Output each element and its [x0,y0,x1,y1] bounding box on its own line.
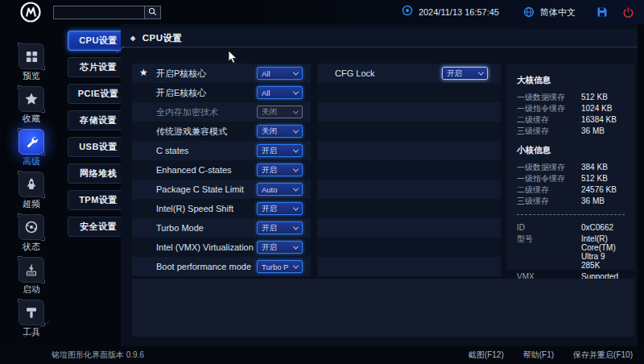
maxsun-logo [20,2,41,23]
info-row: 二级缓存24576 KB [517,186,625,194]
info-row: 一级数据缓存512 KB [517,93,625,101]
setting-row: ★ 开启P核核心 All [132,64,311,83]
dropdown-memory-encryption: 关闭 [257,105,303,118]
statusbar-actions: 截图(F12) 帮助(F1) 保存并重启(F10) [469,350,633,361]
sidebar-item-tools[interactable]: 工具 [19,300,44,337]
sidebar-item-preview[interactable]: 预览 [19,43,44,81]
setting-row: 全内存加密技术 关闭 [132,102,311,122]
setting-row: CFG Lock 开启 [317,64,501,83]
info-row: 一级指令缓存512 KB [517,175,625,183]
sidebar-item-status[interactable]: 状态 [19,214,44,252]
chevron-down-icon [293,127,299,133]
search-button[interactable] [144,6,160,19]
wrench-icon [19,129,44,155]
chevron-down-icon [293,263,299,268]
chevron-down-icon [293,108,299,114]
settings-column-right: CFG Lock 开启 [317,64,501,276]
setting-row: Turbo Mode 开启 [132,218,311,238]
sidebar-item-advanced[interactable]: 高级 [19,129,44,167]
info-row: 三级缓存36 MB [517,127,625,135]
info-row: 三级缓存36 MB [517,197,625,205]
empty-row [317,160,501,180]
topbar-right: 2024/11/13 16:57:45 简体中文 [402,5,644,19]
subnav-storage-settings[interactable]: 存储设置 [68,110,129,130]
page-title-bar: ◆ CPU设置 [121,29,638,48]
dropdown-legacy-game-compat[interactable]: 关闭 [257,125,303,138]
main-content: ◆ CPU设置 ★ 开启P核核心 All 开启E核核心 All 全内存加密技术 … [121,24,638,346]
dropdown-boot-performance-mode[interactable]: Turbo P [257,260,303,273]
save-icon[interactable] [597,6,608,18]
empty-row [317,238,501,257]
chevron-down-icon [293,185,299,191]
cpu-info-panel: 大核信息 一级数据缓存512 KB 一级指令缓存1024 KB 二级缓存1638… [507,64,634,270]
topbar: 2024/11/13 16:57:45 简体中文 [0,0,644,24]
dropdown-e-cores[interactable]: All [257,86,303,99]
search-input[interactable] [54,6,144,19]
chevron-down-icon [478,69,484,75]
dropdown-p-cores[interactable]: All [257,67,303,80]
main-sidebar: 预览 收藏 高级 超频 状态 SSD [0,24,63,346]
sidebar-item-overclock[interactable]: 超频 [19,172,44,209]
dropdown-enhanced-c-states[interactable]: 开启 [257,163,303,176]
info-row: 型号Intel(R) Core(TM) Ultra 9 285K [517,235,625,270]
subnav-chipset-settings[interactable]: 芯片设置 [68,57,129,77]
setting-row: C states 开启 [132,141,311,160]
hammer-icon [19,300,44,325]
chevron-down-icon [293,243,299,249]
subnav-network-stack[interactable]: 网络堆栈 [68,163,129,184]
small-core-title: 小核信息 [517,145,625,156]
dropdown-turbo-mode[interactable]: 开启 [257,221,303,234]
subnav-usb-settings[interactable]: USB设置 [68,137,129,157]
setting-row: Boot performance mode Turbo P [132,257,311,276]
help-action[interactable]: 帮助(F1) [523,350,554,361]
setting-row: Intel (VMX) Virtualization 开启 [132,238,311,257]
info-row: 二级缓存16384 KB [517,116,625,124]
empty-row [317,141,501,160]
chevron-down-icon [293,147,299,152]
subnav-pcie-settings[interactable]: PCIE设置 [68,84,129,104]
setting-row: 传统游戏兼容模式 关闭 [132,122,311,141]
setting-row: Intel(R) Speed Shift 开启 [132,199,311,218]
dropdown-cfg-lock[interactable]: 开启 [442,67,488,80]
dropdown-vmx-virtualization[interactable]: 开启 [257,241,303,254]
sidebar-item-boot[interactable]: SSD 启动 [19,257,44,295]
chevron-down-icon [293,89,299,94]
diamond-icon: ◆ [130,35,136,42]
chevron-down-icon [293,69,299,75]
sidebar-item-favorites[interactable]: 收藏 [19,86,44,124]
language-globe-icon[interactable] [523,6,535,18]
search-icon [148,6,157,19]
star-icon [19,86,44,112]
clock-icon [402,5,413,19]
subnav-cpu-settings[interactable]: CPU设置 [68,31,129,51]
chevron-down-icon [293,205,299,210]
dropdown-speed-shift[interactable]: 开启 [257,202,303,215]
info-row: 一级指令缓存1024 KB [517,105,625,113]
page-title: CPU设置 [142,32,183,44]
setting-row: Enhanced C-states 开启 [132,160,311,180]
datetime: 2024/11/13 16:57:45 [419,7,499,17]
empty-row [317,122,501,141]
description-panel [132,279,634,337]
big-core-title: 大核信息 [517,75,625,86]
dropdown-package-c-state-limit[interactable]: Auto [257,183,303,196]
setting-row: 开启E核核心 All [132,83,311,102]
favorite-star-icon[interactable]: ★ [139,68,148,78]
statusbar: 铭瑄图形化界面版本 0.9.6 截图(F12) 帮助(F1) 保存并重启(F10… [0,346,644,364]
screenshot-action[interactable]: 截图(F12) [469,350,504,361]
dropdown-c-states[interactable]: 开启 [257,144,303,157]
subnav-tpm-settings[interactable]: TPM设置 [68,190,129,210]
empty-row [317,257,501,276]
empty-row [317,199,501,218]
setting-row: Package C State Limit Auto [132,180,311,199]
subnav-security-settings[interactable]: 安全设置 [68,217,129,237]
empty-row [317,102,501,122]
grid-icon [19,43,44,69]
empty-row [317,180,501,199]
power-icon[interactable] [622,6,634,19]
language-label[interactable]: 简体中文 [540,6,576,19]
info-row: ID0xC0662 [517,224,625,232]
empty-row [317,218,501,238]
chevron-down-icon [293,166,299,172]
save-and-restart-action[interactable]: 保存并重启(F10) [573,350,633,361]
